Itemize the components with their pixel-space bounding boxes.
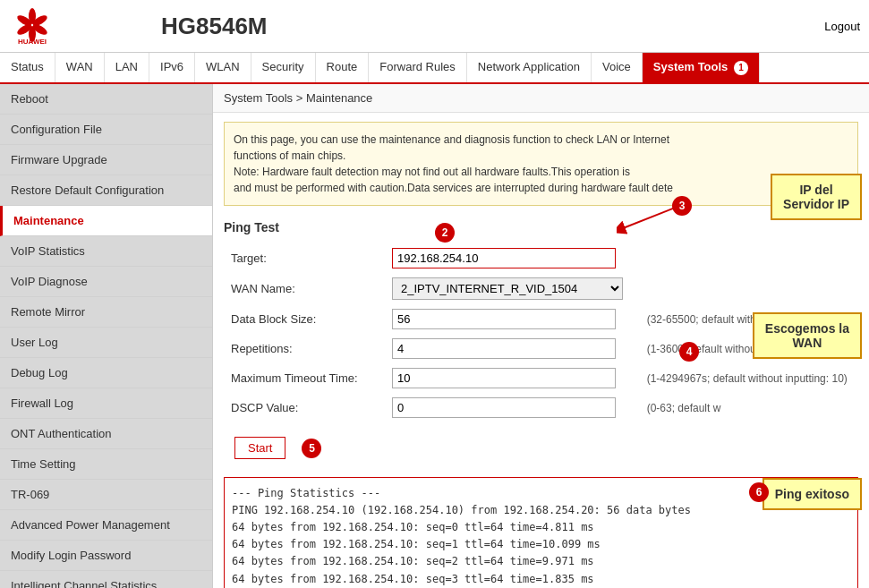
dscp-hint: (0-63; default w <box>647 402 721 414</box>
sidebar-item-firewall-log[interactable]: Firewall Log <box>0 388 212 419</box>
sidebar-item-channel-stats[interactable]: Intelligent Channel Statistics <box>0 571 212 588</box>
content-area: System Tools > Maintenance On this page,… <box>213 84 869 588</box>
data-block-label: Data Block Size: <box>224 304 385 334</box>
info-line4: and must be performed with caution.Data … <box>234 180 848 196</box>
navbar: Status WAN LAN IPv6 WLAN Security Route … <box>0 53 869 84</box>
svg-text:HUAWEI: HUAWEI <box>18 38 47 46</box>
huawei-logo: HUAWEI <box>9 5 55 47</box>
sidebar-item-reboot[interactable]: Reboot <box>0 84 212 115</box>
info-line2: functions of main chips. <box>234 148 848 164</box>
badge6-circle: 6 <box>749 482 769 502</box>
badge2-area: 2 <box>435 223 455 243</box>
timeout-input[interactable] <box>392 368 616 388</box>
badge4-area: 4 <box>679 342 699 362</box>
wan-select[interactable]: 2_IPTV_INTERNET_R_VID_1504 1_TR069_INTER… <box>392 277 623 300</box>
sidebar-item-voip-diagnose[interactable]: VoIP Diagnose <box>0 267 212 297</box>
ping-line-5: 64 bytes from 192.168.254.10: seq=3 ttl=… <box>232 571 850 588</box>
badge3-circle: 3 <box>672 196 692 216</box>
dscp-input[interactable] <box>392 397 616 418</box>
sidebar-item-user-log[interactable]: User Log <box>0 328 212 358</box>
nav-wlan[interactable]: WLAN <box>195 53 251 82</box>
sidebar-item-tr069[interactable]: TR-069 <box>0 480 212 510</box>
nav-system-tools[interactable]: System Tools 1 <box>643 53 760 82</box>
sidebar-item-debug-log[interactable]: Debug Log <box>0 358 212 388</box>
ping-line-3: 64 bytes from 192.168.254.10: seq=1 ttl=… <box>232 536 850 553</box>
target-input[interactable] <box>392 248 616 268</box>
nav-status[interactable]: Status <box>0 53 55 82</box>
info-line1: On this page, you can use the maintenanc… <box>234 132 848 148</box>
info-box: On this page, you can use the maintenanc… <box>224 122 858 206</box>
logo-area: HUAWEI <box>9 5 152 47</box>
info-line3: Note: Hardware fault detection may not f… <box>234 164 848 180</box>
content-wrapper: System Tools > Maintenance On this page,… <box>213 84 869 588</box>
callout-ip-server: IP delServidor IP <box>771 174 862 220</box>
nav-ipv6[interactable]: IPv6 <box>149 53 195 82</box>
nav-network-application[interactable]: Network Application <box>467 53 592 82</box>
repetitions-input[interactable] <box>392 338 616 359</box>
start-button[interactable]: Start <box>234 437 285 459</box>
sidebar-item-ont-auth[interactable]: ONT Authentication <box>0 419 212 449</box>
nav-voice[interactable]: Voice <box>592 53 643 82</box>
sidebar-item-firmware[interactable]: Firmware Upgrade <box>0 145 212 175</box>
nav-lan[interactable]: LAN <box>105 53 149 82</box>
wan-label: WAN Name: <box>224 273 385 304</box>
data-block-input[interactable] <box>392 309 616 329</box>
nav-forward-rules[interactable]: Forward Rules <box>369 53 467 82</box>
breadcrumb: System Tools > Maintenance <box>213 84 869 113</box>
ping-line-4: 64 bytes from 192.168.254.10: seq=2 ttl=… <box>232 553 850 570</box>
dscp-row: DSCP Value: (0-63; default w <box>224 393 858 422</box>
logout-link[interactable]: Logout <box>824 20 860 33</box>
wan-row: WAN Name: 2_IPTV_INTERNET_R_VID_1504 1_T… <box>224 273 858 304</box>
main-layout: Reboot Configuration File Firmware Upgra… <box>0 84 869 588</box>
sidebar-item-remote-mirror[interactable]: Remote Mirror <box>0 297 212 328</box>
sidebar-item-adv-power[interactable]: Advanced Power Management <box>0 510 212 541</box>
sidebar-item-voip-stats[interactable]: VoIP Statistics <box>0 236 212 267</box>
header: HUAWEI HG8546M Logout <box>0 0 869 53</box>
repetitions-label: Repetitions: <box>224 334 385 363</box>
device-name: HG8546M <box>161 13 268 40</box>
logout-area: Logout <box>824 20 860 33</box>
callout-wan: Escogemos laWAN <box>753 312 862 359</box>
nav-route[interactable]: Route <box>316 53 370 82</box>
timeout-label: Maximum Timeout Time: <box>224 363 385 393</box>
dscp-label: DSCP Value: <box>224 393 385 422</box>
badge6-area: 6 <box>749 482 769 502</box>
nav-badge: 1 <box>734 61 748 75</box>
target-row: Target: <box>224 243 858 273</box>
sidebar-item-maintenance[interactable]: Maintenance <box>0 206 212 236</box>
timeout-row: Maximum Timeout Time: (1-4294967s; defau… <box>224 363 858 393</box>
sidebar-item-modify-password[interactable]: Modify Login Password <box>0 541 212 571</box>
nav-wan[interactable]: WAN <box>55 53 105 82</box>
callout-ping: Ping exitoso <box>763 478 862 510</box>
sidebar: Reboot Configuration File Firmware Upgra… <box>0 84 213 588</box>
sidebar-item-restore[interactable]: Restore Default Configuration <box>0 175 212 206</box>
target-label: Target: <box>224 243 385 273</box>
badge2-circle: 2 <box>435 223 455 243</box>
ping-line-2: 64 bytes from 192.168.254.10: seq=0 ttl=… <box>232 519 850 536</box>
timeout-hint: (1-4294967s; default without inputting: … <box>647 372 848 385</box>
badge5-circle: 5 <box>302 439 321 458</box>
sidebar-item-time-setting[interactable]: Time Setting <box>0 449 212 480</box>
badge3-area: 3 <box>672 196 692 216</box>
start-button-row: Start 5 <box>213 430 869 473</box>
ping-line-1: PING 192.168.254.10 (192.168.254.10) fro… <box>232 502 850 519</box>
sidebar-item-config-file[interactable]: Configuration File <box>0 115 212 145</box>
badge4-circle: 4 <box>679 342 699 362</box>
nav-security[interactable]: Security <box>251 53 316 82</box>
